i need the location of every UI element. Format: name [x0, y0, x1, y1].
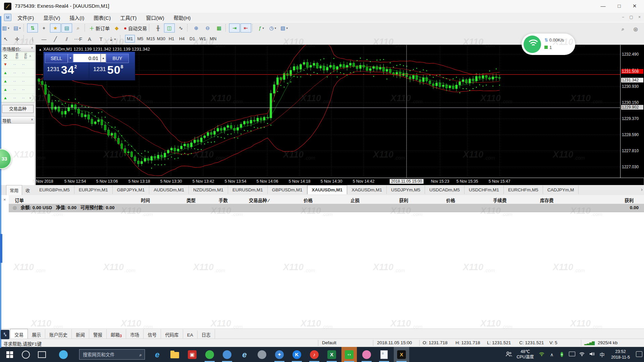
fibonacci-tool[interactable]: ⋯F — [73, 35, 84, 44]
symbol-tab-GBPJPYk,M1[interactable]: GBPJPYk,M1 — [113, 185, 150, 194]
menu-item-2[interactable]: 插入(I) — [65, 13, 89, 22]
volume-input[interactable]: 0.01 — [73, 54, 101, 62]
cortana-button[interactable] — [18, 347, 34, 362]
cursor-tool[interactable]: ↖ — [0, 35, 11, 44]
horizontal-line-tool[interactable]: — — [39, 35, 49, 44]
trendline-tool[interactable]: ╱ — [50, 35, 61, 44]
terminal-column-2[interactable]: 类型 — [186, 197, 196, 203]
volume-icon[interactable] — [587, 352, 597, 357]
close-button[interactable]: ✕ — [627, 1, 642, 11]
terminal-column-9[interactable]: 手续费 — [493, 197, 507, 203]
tabs-scroll-right-icon[interactable]: › — [641, 187, 643, 192]
symbol-tab-AUDUSDm,M1[interactable]: AUDUSDm,M1 — [149, 185, 189, 194]
metaeditor-button[interactable]: ◆ — [111, 23, 122, 33]
symbol-tab-XAGUSDm,M1[interactable]: XAGUSDm,M1 — [347, 185, 387, 194]
new-chart-button[interactable]: ▥▾ — [0, 23, 11, 33]
edge-browser[interactable]: e — [150, 347, 165, 362]
periods-button[interactable]: ◷▾ — [267, 23, 278, 33]
app-green[interactable] — [202, 347, 217, 362]
auto-scroll-toggle[interactable]: ⇥ — [229, 23, 240, 33]
timeframe-M15[interactable]: M15 — [146, 35, 156, 43]
symbol-tab-USDCHFm,M1[interactable]: USDCHFm,M1 — [465, 185, 504, 194]
scroll-down-icon[interactable]: ∨ — [28, 96, 33, 100]
symbols-button[interactable]: 交易品种 — [2, 105, 34, 113]
symbol-tab-EURJPYm,M1[interactable]: EURJPYm,M1 — [74, 185, 113, 194]
timeframe-H4[interactable]: H4 — [177, 35, 187, 43]
price-axis[interactable]: 1232.4901231.7101230.9301230.1501229.370… — [620, 45, 644, 178]
market-watch-row[interactable]: ▲···· — [0, 69, 35, 77]
scroll-up-icon[interactable]: ∧ — [28, 54, 33, 58]
column-symbol[interactable]: 交 — [0, 53, 10, 59]
symbol-tab-USDCADm,M5[interactable]: USDCADm,M5 — [425, 185, 465, 194]
sell-price[interactable]: 1231 342 — [47, 63, 77, 79]
terminal-column-3[interactable]: 手数 — [219, 197, 228, 203]
net-speed-widget[interactable]: ⇅ 0.00K/s 1 — [522, 34, 575, 55]
arrows-tool[interactable]: ⇣▾ — [107, 35, 118, 44]
menu-item-1[interactable]: 显示(V) — [39, 13, 65, 22]
people-icon[interactable] — [504, 351, 514, 358]
new-order-button[interactable]: ＋新订单 — [88, 23, 111, 33]
collapse-triangle-icon[interactable]: ▲ — [39, 48, 42, 51]
overlay-mini-icon[interactable]: ▚ — [1, 330, 9, 339]
pinned-app-bird[interactable] — [56, 347, 71, 362]
timeframe-MN[interactable]: MN — [208, 35, 218, 43]
menu-item-6[interactable]: 帮助(H) — [169, 13, 195, 22]
channel-tool[interactable]: ⫽ — [61, 35, 72, 44]
terminal-column-4[interactable]: 交易品种 ∕ — [249, 197, 269, 203]
notepad[interactable] — [376, 347, 392, 362]
app-gray[interactable] — [254, 347, 270, 362]
market-watch-row[interactable]: ▲···· — [0, 77, 35, 85]
column-ask[interactable]: 买价 — [19, 53, 28, 59]
ie-browser[interactable]: e — [237, 347, 252, 362]
terminal-column-10[interactable]: 库存费 — [540, 197, 554, 203]
zoom-out-button[interactable]: ⊖ — [202, 23, 213, 33]
candlestick-chart-button[interactable]: ◫ — [164, 23, 175, 33]
symbol-tab-XAUUSDm,M1[interactable]: XAUUSDm,M1 — [307, 185, 347, 194]
text-tool[interactable]: A — [84, 35, 95, 44]
symbol-tab-EURCHFm,M5[interactable]: EURCHFm,M5 — [504, 185, 543, 194]
volume-increase-button[interactable]: ▲ — [101, 54, 106, 62]
new-chart-button-dropdown-icon[interactable]: ▾ — [8, 26, 9, 30]
menu-item-0[interactable]: 文件(F) — [13, 13, 39, 22]
task-view-button[interactable] — [34, 347, 50, 362]
terminal-column-0[interactable]: 订单 — [15, 197, 24, 203]
status-profile[interactable]: Default — [322, 340, 336, 345]
templates-button-dropdown-icon[interactable]: ▾ — [286, 26, 288, 30]
antivirus-icon[interactable]: + — [557, 352, 567, 357]
periods-button-dropdown-icon[interactable]: ▾ — [275, 26, 276, 30]
data-window-toggle[interactable]: ⌖ — [39, 23, 49, 33]
menu-item-5[interactable]: 窗口(W) — [141, 13, 169, 22]
profiles-button-dropdown-icon[interactable]: ▾ — [19, 26, 21, 30]
overlay-scroll-thumb[interactable] — [0, 234, 2, 263]
maximize-button[interactable]: □ — [612, 1, 627, 11]
terminal-column-8[interactable]: 价格 — [446, 197, 455, 203]
cpu-temperature[interactable]: 48℃ CPU温度 — [514, 349, 537, 360]
bar-chart-button[interactable]: ╫ — [153, 23, 163, 33]
tile-windows-button[interactable]: ▦ — [214, 23, 224, 33]
terminal-toggle[interactable]: ▤ — [61, 23, 72, 33]
taskbar-clock[interactable]: 23:52 2018-11-5 — [607, 349, 634, 360]
navigator-toggle[interactable]: ★ — [50, 23, 61, 33]
indicators-button-dropdown-icon[interactable]: ▾ — [262, 26, 264, 30]
app-pink[interactable] — [359, 347, 374, 362]
indicators-button[interactable]: ƒ▾ — [256, 23, 267, 33]
minimize-button[interactable]: — — [596, 1, 610, 11]
app-red[interactable]: ▣ — [184, 347, 200, 362]
terminal-close-icon[interactable]: × — [3, 197, 6, 202]
market-watch-row[interactable]: ▲···· — [0, 85, 35, 94]
wechat[interactable]: ◖◗ — [341, 347, 357, 362]
terminal-column-6[interactable]: 止损 — [351, 197, 360, 203]
terminal-tab-EA[interactable]: EA — [183, 330, 198, 340]
netease-music[interactable]: ♪ — [307, 347, 322, 362]
time-axis[interactable]: 5 Nov 20185 Nov 12:545 Nov 13:065 Nov 13… — [36, 178, 644, 185]
help-icon[interactable]: ◎ — [630, 24, 641, 34]
taskbar-search-input[interactable]: 搜索网页和文件 ⌕ — [79, 349, 145, 360]
file-explorer[interactable] — [167, 347, 182, 362]
profiles-button[interactable]: ▤▾ — [12, 23, 22, 33]
action-center-icon[interactable] — [634, 351, 644, 358]
wifi-icon[interactable] — [524, 36, 541, 53]
chart-window[interactable]: ▲XAUUSDm,M1 1231.139 1231.342 1231.139 1… — [36, 45, 644, 185]
market-watch-close-icon[interactable]: × — [31, 46, 33, 50]
chart-shift-toggle[interactable]: ⇤ — [240, 23, 251, 33]
autotrading-button[interactable]: ●自动交易 — [123, 23, 148, 33]
